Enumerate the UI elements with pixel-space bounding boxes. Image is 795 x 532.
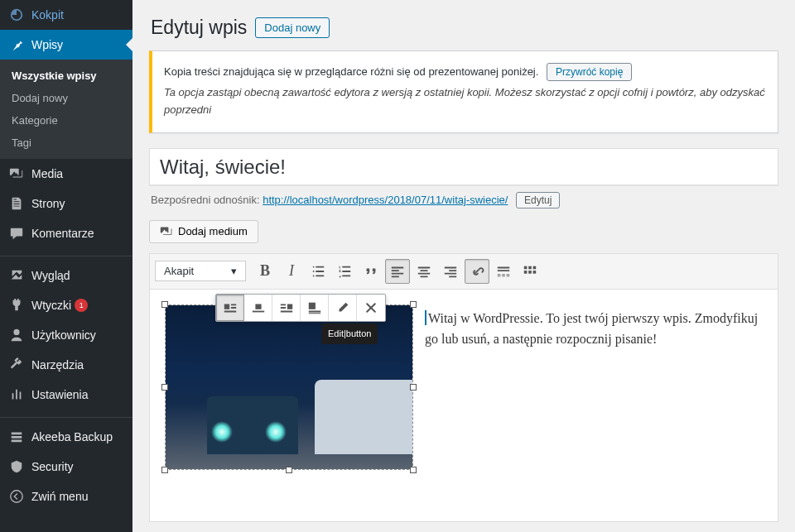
resize-handle[interactable] xyxy=(410,384,417,391)
sidebar-separator xyxy=(0,252,132,256)
notice-description: Ta opcja zastąpi obecną zawartość edytor… xyxy=(164,84,766,119)
page-title: Edytuj wpis xyxy=(151,17,247,39)
sidebar-item-label: Ustawienia xyxy=(31,388,88,401)
img-align-none-button[interactable] xyxy=(301,295,329,321)
editor-container: Akapit ▾ B I xyxy=(149,253,778,522)
settings-icon xyxy=(8,386,25,403)
svg-rect-2 xyxy=(528,266,532,269)
sidebar-item-settings[interactable]: Ustawienia xyxy=(0,380,132,410)
submenu-item-categories[interactable]: Kategorie xyxy=(0,109,132,132)
appearance-icon xyxy=(8,267,25,284)
img-align-left-button[interactable] xyxy=(216,295,244,321)
comments-icon xyxy=(8,225,25,242)
selected-image[interactable]: Edit|button xyxy=(165,304,413,470)
plugin-update-badge: 1 xyxy=(75,299,88,312)
link-button[interactable] xyxy=(465,259,489,284)
submenu-item-all-posts[interactable]: Wszystkie wpisy xyxy=(0,65,132,87)
sidebar-item-comments[interactable]: Komentarze xyxy=(0,218,132,248)
tools-icon xyxy=(8,357,25,373)
page-header: Edytuj wpis Dodaj nowy xyxy=(149,0,778,50)
img-align-right-button[interactable] xyxy=(272,295,301,321)
sidebar-item-users[interactable]: Użytkownicy xyxy=(0,320,132,350)
notice-text: Kopia treści znajdująca się w przeglądar… xyxy=(164,65,538,78)
sidebar-item-media[interactable]: Media xyxy=(0,159,132,189)
resize-handle[interactable] xyxy=(286,467,292,473)
restore-button[interactable]: Przywróć kopię xyxy=(547,63,632,81)
sidebar-item-appearance[interactable]: Wygląd xyxy=(0,261,132,290)
add-new-button[interactable]: Dodaj nowy xyxy=(255,17,330,38)
add-media-button[interactable]: Dodaj medium xyxy=(149,220,258,243)
svg-rect-9 xyxy=(287,304,292,309)
sidebar-item-label: Użytkownicy xyxy=(31,328,96,342)
resize-handle[interactable] xyxy=(161,301,168,308)
sidebar-item-akeeba[interactable]: Akeeba Backup xyxy=(0,422,132,452)
users-icon xyxy=(8,327,25,343)
img-remove-button[interactable] xyxy=(357,295,385,321)
dashboard-icon xyxy=(8,7,25,23)
sidebar-item-label: Wpisy xyxy=(31,38,63,51)
img-edit-button[interactable] xyxy=(329,295,357,321)
pin-icon xyxy=(8,36,25,53)
kitchen-sink-button[interactable] xyxy=(518,259,542,284)
submenu-item-add-new[interactable]: Dodaj nowy xyxy=(0,87,132,109)
security-icon xyxy=(8,458,25,475)
sidebar-submenu-posts: Wszystkie wpisy Dodaj nowy Kategorie Tag… xyxy=(0,60,132,159)
sidebar-item-label: Akeeba Backup xyxy=(31,430,113,443)
img-align-center-button[interactable] xyxy=(244,295,272,321)
pages-icon xyxy=(8,195,25,212)
sidebar-separator xyxy=(0,414,132,418)
editor-body[interactable]: Edit|button Witaj w WordPressie. To jest… xyxy=(150,290,778,521)
bold-button[interactable]: B xyxy=(253,259,277,284)
sidebar-item-label: Security xyxy=(31,460,74,473)
format-label: Akapit xyxy=(164,265,194,277)
svg-rect-3 xyxy=(533,266,537,269)
align-center-button[interactable] xyxy=(412,259,436,284)
admin-sidebar: Kokpit Wpisy Wszystkie wpisy Dodaj nowy … xyxy=(0,0,132,532)
sidebar-item-security[interactable]: Security xyxy=(0,452,132,482)
edit-permalink-button[interactable]: Edytuj xyxy=(516,192,560,208)
resize-handle[interactable] xyxy=(161,467,168,473)
resize-handle[interactable] xyxy=(161,384,168,391)
collapse-icon xyxy=(8,488,25,505)
chevron-down-icon: ▾ xyxy=(231,265,237,277)
submenu-item-tags[interactable]: Tagi xyxy=(0,132,132,154)
permalink-row: Bezpośredni odnośnik: http://localhost/w… xyxy=(149,185,778,220)
number-list-button[interactable] xyxy=(332,259,357,284)
media-icon xyxy=(8,165,25,182)
more-button[interactable] xyxy=(491,259,516,284)
quote-button[interactable] xyxy=(359,259,383,284)
svg-rect-4 xyxy=(524,271,528,274)
svg-rect-5 xyxy=(528,271,532,274)
sidebar-item-posts[interactable]: Wpisy xyxy=(0,30,132,60)
post-paragraph[interactable]: Witaj w WordPressie. To jest twój pierws… xyxy=(425,304,763,506)
permalink-label: Bezpośredni odnośnik: xyxy=(151,194,260,206)
main-content: Edytuj wpis Dodaj nowy Kopia treści znaj… xyxy=(132,0,795,532)
sidebar-item-label: Zwiń menu xyxy=(31,490,88,503)
sidebar-item-collapse[interactable]: Zwiń menu xyxy=(0,482,132,511)
align-left-button[interactable] xyxy=(385,259,410,284)
add-media-label: Dodaj medium xyxy=(178,225,248,237)
italic-button[interactable]: I xyxy=(279,259,304,284)
post-title-input[interactable] xyxy=(149,148,778,185)
sidebar-item-label: Komentarze xyxy=(31,227,94,240)
sidebar-item-dashboard[interactable]: Kokpit xyxy=(0,0,132,30)
sidebar-item-label: Kokpit xyxy=(31,8,64,22)
backup-icon xyxy=(8,429,25,445)
sidebar-item-pages[interactable]: Strony xyxy=(0,189,132,218)
sidebar-item-label: Strony xyxy=(31,197,65,210)
svg-rect-10 xyxy=(308,302,315,309)
resize-handle[interactable] xyxy=(410,301,417,308)
svg-point-0 xyxy=(11,491,22,502)
sidebar-item-label: Media xyxy=(31,167,63,180)
permalink-link[interactable]: http://localhost/wordpress/2018/07/11/wi… xyxy=(263,194,508,206)
sidebar-item-tools[interactable]: Narzędzia xyxy=(0,350,132,380)
svg-rect-6 xyxy=(533,271,537,274)
editor-toolbar: Akapit ▾ B I xyxy=(150,254,778,290)
sidebar-item-label: Wtyczki xyxy=(31,299,71,312)
svg-rect-1 xyxy=(524,266,528,269)
format-dropdown[interactable]: Akapit ▾ xyxy=(155,261,246,281)
sidebar-item-plugins[interactable]: Wtyczki 1 xyxy=(0,290,132,320)
align-right-button[interactable] xyxy=(438,259,463,284)
bullet-list-button[interactable] xyxy=(306,259,330,284)
resize-handle[interactable] xyxy=(410,467,417,473)
